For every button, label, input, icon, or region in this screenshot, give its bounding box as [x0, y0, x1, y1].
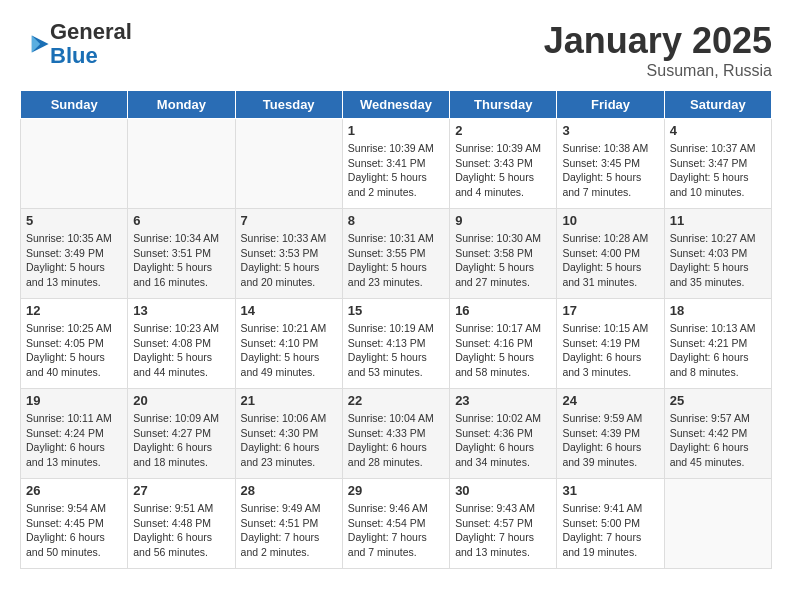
day-number: 3: [562, 123, 658, 138]
day-number: 26: [26, 483, 122, 498]
calendar-cell: [235, 119, 342, 209]
day-info: Sunrise: 10:02 AM Sunset: 4:36 PM Daylig…: [455, 411, 551, 470]
day-info: Sunrise: 10:25 AM Sunset: 4:05 PM Daylig…: [26, 321, 122, 380]
day-info: Sunrise: 9:43 AM Sunset: 4:57 PM Dayligh…: [455, 501, 551, 560]
calendar-cell: 13Sunrise: 10:23 AM Sunset: 4:08 PM Dayl…: [128, 299, 235, 389]
day-info: Sunrise: 9:46 AM Sunset: 4:54 PM Dayligh…: [348, 501, 444, 560]
day-info: Sunrise: 10:39 AM Sunset: 3:41 PM Daylig…: [348, 141, 444, 200]
day-info: Sunrise: 10:11 AM Sunset: 4:24 PM Daylig…: [26, 411, 122, 470]
calendar-cell: 5Sunrise: 10:35 AM Sunset: 3:49 PM Dayli…: [21, 209, 128, 299]
day-info: Sunrise: 10:30 AM Sunset: 3:58 PM Daylig…: [455, 231, 551, 290]
day-info: Sunrise: 10:27 AM Sunset: 4:03 PM Daylig…: [670, 231, 766, 290]
day-number: 11: [670, 213, 766, 228]
weekday-header: Friday: [557, 91, 664, 119]
calendar-cell: [664, 479, 771, 569]
day-number: 13: [133, 303, 229, 318]
calendar-cell: 25Sunrise: 9:57 AM Sunset: 4:42 PM Dayli…: [664, 389, 771, 479]
calendar-cell: 30Sunrise: 9:43 AM Sunset: 4:57 PM Dayli…: [450, 479, 557, 569]
logo-text: General Blue: [50, 20, 132, 68]
calendar-week-row: 26Sunrise: 9:54 AM Sunset: 4:45 PM Dayli…: [21, 479, 772, 569]
weekday-header: Monday: [128, 91, 235, 119]
weekday-header: Tuesday: [235, 91, 342, 119]
calendar-cell: 15Sunrise: 10:19 AM Sunset: 4:13 PM Dayl…: [342, 299, 449, 389]
day-number: 4: [670, 123, 766, 138]
day-number: 28: [241, 483, 337, 498]
calendar-week-row: 1Sunrise: 10:39 AM Sunset: 3:41 PM Dayli…: [21, 119, 772, 209]
calendar-week-row: 19Sunrise: 10:11 AM Sunset: 4:24 PM Dayl…: [21, 389, 772, 479]
day-info: Sunrise: 10:39 AM Sunset: 3:43 PM Daylig…: [455, 141, 551, 200]
day-info: Sunrise: 10:21 AM Sunset: 4:10 PM Daylig…: [241, 321, 337, 380]
day-number: 12: [26, 303, 122, 318]
page-header: General Blue January 2025 Susuman, Russi…: [20, 20, 772, 80]
day-number: 30: [455, 483, 551, 498]
calendar-cell: 24Sunrise: 9:59 AM Sunset: 4:39 PM Dayli…: [557, 389, 664, 479]
calendar-cell: 12Sunrise: 10:25 AM Sunset: 4:05 PM Dayl…: [21, 299, 128, 389]
calendar-subtitle: Susuman, Russia: [544, 62, 772, 80]
calendar-cell: 21Sunrise: 10:06 AM Sunset: 4:30 PM Dayl…: [235, 389, 342, 479]
day-number: 27: [133, 483, 229, 498]
day-info: Sunrise: 10:15 AM Sunset: 4:19 PM Daylig…: [562, 321, 658, 380]
day-info: Sunrise: 9:54 AM Sunset: 4:45 PM Dayligh…: [26, 501, 122, 560]
day-number: 6: [133, 213, 229, 228]
day-info: Sunrise: 10:09 AM Sunset: 4:27 PM Daylig…: [133, 411, 229, 470]
calendar-cell: 14Sunrise: 10:21 AM Sunset: 4:10 PM Dayl…: [235, 299, 342, 389]
day-info: Sunrise: 9:41 AM Sunset: 5:00 PM Dayligh…: [562, 501, 658, 560]
day-info: Sunrise: 9:49 AM Sunset: 4:51 PM Dayligh…: [241, 501, 337, 560]
day-number: 29: [348, 483, 444, 498]
calendar-cell: 26Sunrise: 9:54 AM Sunset: 4:45 PM Dayli…: [21, 479, 128, 569]
calendar-cell: 19Sunrise: 10:11 AM Sunset: 4:24 PM Dayl…: [21, 389, 128, 479]
weekday-header-row: SundayMondayTuesdayWednesdayThursdayFrid…: [21, 91, 772, 119]
day-number: 8: [348, 213, 444, 228]
day-number: 2: [455, 123, 551, 138]
day-number: 10: [562, 213, 658, 228]
day-info: Sunrise: 10:33 AM Sunset: 3:53 PM Daylig…: [241, 231, 337, 290]
calendar-cell: 18Sunrise: 10:13 AM Sunset: 4:21 PM Dayl…: [664, 299, 771, 389]
calendar-cell: 8Sunrise: 10:31 AM Sunset: 3:55 PM Dayli…: [342, 209, 449, 299]
day-info: Sunrise: 10:23 AM Sunset: 4:08 PM Daylig…: [133, 321, 229, 380]
day-info: Sunrise: 10:35 AM Sunset: 3:49 PM Daylig…: [26, 231, 122, 290]
day-number: 9: [455, 213, 551, 228]
weekday-header: Sunday: [21, 91, 128, 119]
day-number: 21: [241, 393, 337, 408]
day-number: 24: [562, 393, 658, 408]
calendar-cell: [128, 119, 235, 209]
day-number: 20: [133, 393, 229, 408]
day-number: 7: [241, 213, 337, 228]
calendar-cell: 22Sunrise: 10:04 AM Sunset: 4:33 PM Dayl…: [342, 389, 449, 479]
weekday-header: Wednesday: [342, 91, 449, 119]
day-number: 5: [26, 213, 122, 228]
weekday-header: Saturday: [664, 91, 771, 119]
calendar-cell: 2Sunrise: 10:39 AM Sunset: 3:43 PM Dayli…: [450, 119, 557, 209]
day-info: Sunrise: 9:57 AM Sunset: 4:42 PM Dayligh…: [670, 411, 766, 470]
day-number: 17: [562, 303, 658, 318]
day-number: 15: [348, 303, 444, 318]
day-info: Sunrise: 10:19 AM Sunset: 4:13 PM Daylig…: [348, 321, 444, 380]
calendar-cell: 4Sunrise: 10:37 AM Sunset: 3:47 PM Dayli…: [664, 119, 771, 209]
calendar-cell: 27Sunrise: 9:51 AM Sunset: 4:48 PM Dayli…: [128, 479, 235, 569]
weekday-header: Thursday: [450, 91, 557, 119]
calendar-cell: 16Sunrise: 10:17 AM Sunset: 4:16 PM Dayl…: [450, 299, 557, 389]
day-info: Sunrise: 9:59 AM Sunset: 4:39 PM Dayligh…: [562, 411, 658, 470]
day-info: Sunrise: 10:38 AM Sunset: 3:45 PM Daylig…: [562, 141, 658, 200]
day-number: 14: [241, 303, 337, 318]
calendar-cell: 1Sunrise: 10:39 AM Sunset: 3:41 PM Dayli…: [342, 119, 449, 209]
day-info: Sunrise: 10:34 AM Sunset: 3:51 PM Daylig…: [133, 231, 229, 290]
day-number: 22: [348, 393, 444, 408]
calendar-cell: 6Sunrise: 10:34 AM Sunset: 3:51 PM Dayli…: [128, 209, 235, 299]
calendar-cell: 3Sunrise: 10:38 AM Sunset: 3:45 PM Dayli…: [557, 119, 664, 209]
day-info: Sunrise: 10:06 AM Sunset: 4:30 PM Daylig…: [241, 411, 337, 470]
day-number: 25: [670, 393, 766, 408]
calendar-cell: 10Sunrise: 10:28 AM Sunset: 4:00 PM Dayl…: [557, 209, 664, 299]
calendar-week-row: 5Sunrise: 10:35 AM Sunset: 3:49 PM Dayli…: [21, 209, 772, 299]
title-block: January 2025 Susuman, Russia: [544, 20, 772, 80]
calendar-week-row: 12Sunrise: 10:25 AM Sunset: 4:05 PM Dayl…: [21, 299, 772, 389]
calendar-cell: 20Sunrise: 10:09 AM Sunset: 4:27 PM Dayl…: [128, 389, 235, 479]
calendar-cell: 31Sunrise: 9:41 AM Sunset: 5:00 PM Dayli…: [557, 479, 664, 569]
calendar-cell: 7Sunrise: 10:33 AM Sunset: 3:53 PM Dayli…: [235, 209, 342, 299]
day-info: Sunrise: 10:04 AM Sunset: 4:33 PM Daylig…: [348, 411, 444, 470]
day-number: 23: [455, 393, 551, 408]
day-number: 1: [348, 123, 444, 138]
day-number: 19: [26, 393, 122, 408]
calendar-cell: 17Sunrise: 10:15 AM Sunset: 4:19 PM Dayl…: [557, 299, 664, 389]
day-info: Sunrise: 9:51 AM Sunset: 4:48 PM Dayligh…: [133, 501, 229, 560]
